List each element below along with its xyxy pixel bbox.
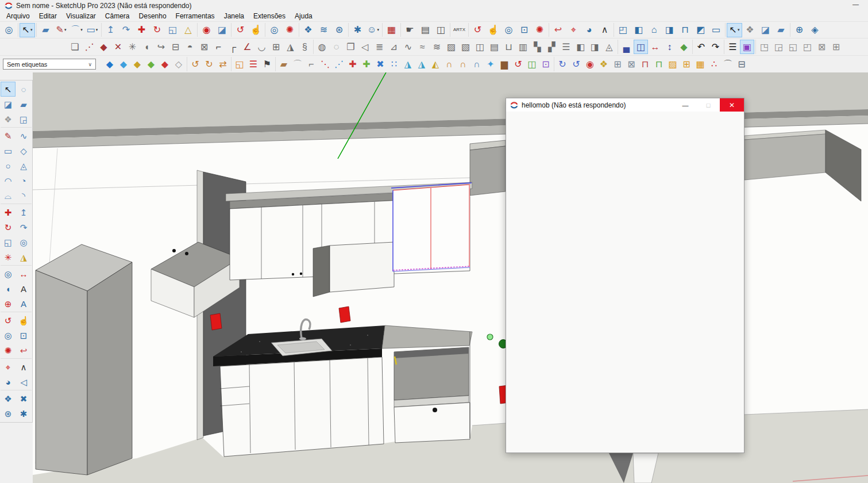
tag-yellow-icon[interactable]: ◆	[130, 57, 144, 71]
eraser-icon[interactable]: ▰	[38, 23, 53, 37]
tape-measure-tool-icon[interactable]: ◎	[1, 266, 16, 281]
camera-pan-icon[interactable]: ☝	[485, 23, 501, 37]
arcs-icon[interactable]: ⌒▾	[69, 23, 84, 37]
drop-tool-1-icon[interactable]: ◮	[401, 57, 415, 71]
stairs-tool-2-icon[interactable]: ≈	[415, 40, 430, 54]
entity-report-icon[interactable]: ▤	[418, 23, 433, 37]
swap-orange-icon[interactable]: ⇄	[216, 57, 230, 71]
zoom-previous-tool-icon[interactable]: ↩	[16, 343, 31, 358]
spike-tool-icon[interactable]: ✳	[125, 40, 140, 54]
two-point-arc-tool-icon[interactable]: ⌓	[1, 188, 16, 203]
dialog-minimize-button[interactable]: —	[674, 98, 697, 112]
artx-icon[interactable]: ARTX	[452, 23, 467, 37]
circle-tool-icon[interactable]: ○	[1, 158, 16, 173]
dome-tool-icon[interactable]: ◓	[183, 40, 197, 54]
look-around-icon[interactable]: ◕	[581, 23, 597, 37]
round-corner-icon[interactable]: ❏	[68, 40, 82, 54]
3d-text-tool-icon[interactable]: A	[16, 296, 31, 311]
camera-zoom-extents-icon[interactable]: ✺	[532, 23, 547, 37]
extension-warehouse-icon[interactable]: ✱	[350, 23, 365, 37]
cube-purple-icon[interactable]: ⊡	[539, 57, 553, 71]
fence-tool-icon[interactable]: ▨	[444, 40, 458, 54]
curve-tool-icon[interactable]: ◡	[254, 40, 269, 54]
polygon-tool-icon[interactable]: ◬	[16, 158, 31, 173]
grid-orange-1-icon[interactable]: ▨	[666, 57, 680, 71]
menu-item-desenho[interactable]: Desenho	[134, 12, 171, 21]
share-component-icon[interactable]: ⊛	[331, 23, 347, 37]
menu-item-visualizar[interactable]: Visualizar	[61, 12, 101, 21]
ramp-tool-icon[interactable]: ⊿	[387, 40, 401, 54]
target-yellow-icon[interactable]: ◉	[583, 57, 597, 71]
tag-blue-hash-icon[interactable]: ◆	[103, 57, 117, 71]
extension-warehouse-tool-icon[interactable]: ✱	[16, 406, 31, 421]
stairs-tool-1-icon[interactable]: ∿	[401, 40, 415, 54]
zoom-extents-tool-icon[interactable]: ✺	[1, 343, 16, 358]
scale-tool-icon[interactable]: ◱	[1, 235, 16, 250]
dialog-list-icon[interactable]: ☰	[726, 40, 740, 54]
profile-tool-icon[interactable]: ⌐	[304, 57, 318, 71]
orbit-tool-icon[interactable]: ↺	[1, 313, 16, 328]
bucket-brown-icon[interactable]: ▆	[497, 57, 511, 71]
texture-reset-icon[interactable]: ⊞	[829, 40, 843, 54]
rotate-green-icon[interactable]: ◆	[677, 40, 691, 54]
zoom-window-icon[interactable]: ⊡	[516, 23, 532, 37]
box-cut-tool-icon[interactable]: ⊟	[168, 40, 183, 54]
tag-blue-icon[interactable]: ◆	[117, 57, 130, 71]
follow-me-icon[interactable]: ↷	[118, 23, 134, 37]
redo-arrow-icon[interactable]: ↷	[708, 40, 723, 54]
texture-rotate-1-icon[interactable]: ◳	[757, 40, 771, 54]
zoom-previous-icon[interactable]: ↩	[550, 23, 566, 37]
scatter-red-icon[interactable]: ∴	[707, 57, 721, 71]
view-right-icon[interactable]: ◨	[662, 23, 677, 37]
path-blue-icon[interactable]: ⋰	[332, 57, 346, 71]
tag-green-icon[interactable]: ◆	[144, 57, 158, 71]
three-point-arc-tool-icon[interactable]: ◝	[16, 188, 31, 203]
scale-icon[interactable]: ◱	[165, 23, 180, 37]
select-icon[interactable]: ↖▾	[20, 23, 35, 37]
menu-item-arquivo[interactable]: Arquivo	[2, 12, 34, 21]
share-model-icon[interactable]: ≋	[316, 23, 331, 37]
line-tool-icon[interactable]: ✎	[1, 128, 16, 143]
pan-icon[interactable]: ☝	[248, 23, 264, 37]
push-pull-tool-icon[interactable]: ↥	[16, 205, 31, 220]
walk-icon[interactable]: ∧	[597, 23, 612, 37]
arc-tool-icon[interactable]: ◠	[1, 173, 16, 188]
space-horizontal-icon[interactable]: ↔	[648, 40, 662, 54]
panel-fold-tool-icon[interactable]: ❐	[344, 40, 358, 54]
follow-me-tool-icon[interactable]: ↷	[16, 220, 31, 235]
corner-left-tool-icon[interactable]: ⌐	[211, 40, 226, 54]
column-tool-icon[interactable]: ◍	[315, 40, 329, 54]
offset-icon[interactable]: ◉	[199, 23, 214, 37]
make-component-icon[interactable]: ❖	[742, 23, 758, 37]
flag-tool-icon[interactable]: ⚑	[260, 57, 274, 71]
blocks-green-icon[interactable]: ◫	[525, 57, 539, 71]
axes-dots-icon[interactable]: ∷	[387, 57, 401, 71]
taper-tool-icon[interactable]: ◮	[16, 250, 31, 264]
align-center-icon[interactable]: ◫	[634, 40, 648, 54]
zoom-icon[interactable]: ◎	[267, 23, 282, 37]
menu-item-extensoes[interactable]: Extensões	[249, 12, 290, 21]
layout-icon[interactable]: ▦	[384, 23, 399, 37]
texture-rotate-2-icon[interactable]: ◲	[771, 40, 786, 54]
diamonds-four-icon[interactable]: ❖	[597, 57, 611, 71]
material-replacer-icon[interactable]: ▣	[740, 40, 754, 54]
component-browser-icon[interactable]: ◫	[433, 23, 449, 37]
box-split-tool-icon[interactable]: ⊠	[197, 40, 211, 54]
wood-tool-icon[interactable]: ▰	[277, 57, 291, 71]
grid-orange-2-icon[interactable]: ⊞	[680, 57, 693, 71]
undo-arrow-icon[interactable]: ↶	[694, 40, 708, 54]
boxes-pair-icon[interactable]: ⊟	[735, 57, 749, 71]
zoom-tool-icon[interactable]: ◎	[1, 328, 16, 343]
hatch-tool-2-icon[interactable]: ▞	[545, 40, 559, 54]
grid-orange-3-icon[interactable]: ▦	[693, 57, 707, 71]
component-tool-icon[interactable]: ❖	[1, 112, 16, 126]
section-tool-icon[interactable]: ◈	[807, 23, 823, 37]
line-icon[interactable]: ✎▾	[53, 23, 69, 37]
account-dropdown-arrow[interactable]: ▾	[377, 28, 379, 32]
position-camera-icon[interactable]: ⌖	[566, 23, 581, 37]
camera-zoom-icon[interactable]: ◎	[501, 23, 516, 37]
freehand-tool-icon[interactable]: ∿	[16, 128, 31, 143]
hatch-tool-1-icon[interactable]: ▚	[530, 40, 545, 54]
horseshoe-3-icon[interactable]: ∩	[470, 57, 484, 71]
rectangle-tool-icon[interactable]: ▭	[1, 143, 16, 158]
